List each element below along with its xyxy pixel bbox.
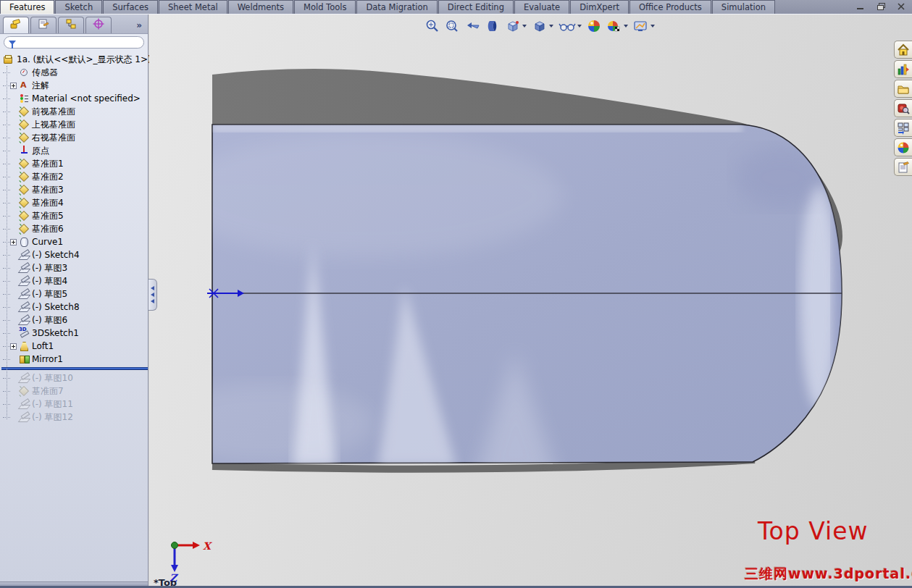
restore-button[interactable] <box>876 2 886 11</box>
expand-plus-icon[interactable] <box>10 83 17 89</box>
tree-item-icon <box>19 146 29 156</box>
tree-item[interactable]: (-) 草图6 <box>1 314 148 327</box>
custom-properties-tab[interactable] <box>894 158 912 176</box>
tree-item[interactable]: Material <not specified> <box>1 92 148 105</box>
tree-guide <box>3 229 10 230</box>
solidworks-resources-tab[interactable] <box>894 41 912 59</box>
zoom-to-area-button[interactable] <box>444 18 460 34</box>
tree-item[interactable]: 基准面6 <box>1 222 148 235</box>
graphics-viewport[interactable]: X Z *Top <box>149 14 912 586</box>
panel-bottom-scrollbar[interactable] <box>0 581 148 586</box>
previous-view-button[interactable] <box>464 18 481 34</box>
close-icon[interactable] <box>896 2 906 11</box>
tree-filter-input[interactable] <box>4 36 144 49</box>
solidworks-search-tab[interactable] <box>894 99 912 117</box>
view-settings-button[interactable] <box>632 18 656 34</box>
tab-dimxpertmanager[interactable] <box>85 17 112 33</box>
tree-guide <box>3 164 10 164</box>
tree-item[interactable]: 原点 <box>1 144 148 157</box>
feature-tree: 1a. (默认<<默认>_显示状态 1>) 传感器 <box>0 51 148 424</box>
command-tab[interactable]: Simulation <box>712 0 775 14</box>
feature-manager-panel: » 1a. (默认<<默认>_显示状态 1>) <box>0 14 148 586</box>
tree-item[interactable]: (-) 草图4 <box>1 274 148 287</box>
tree-item[interactable]: 基准面7 <box>1 385 148 398</box>
tree-item-label: 基准面2 <box>32 171 64 183</box>
view-orientation-button[interactable] <box>504 18 527 34</box>
expand-plus-icon[interactable] <box>10 343 17 350</box>
tree-item[interactable]: (-) 草图3 <box>1 261 148 274</box>
command-tab[interactable]: DimXpert <box>570 0 629 14</box>
tree-item[interactable]: 注解 <box>1 79 148 92</box>
rollback-bar[interactable] <box>1 367 148 370</box>
tree-item[interactable]: 3DSketch1 <box>1 327 148 340</box>
tree-item[interactable]: (-) Sketch4 <box>1 248 148 261</box>
tree-guide <box>3 294 10 295</box>
command-tab[interactable]: Surfaces <box>103 0 158 14</box>
tree-item-label: 基准面3 <box>32 184 64 196</box>
command-tab[interactable]: Data Migration <box>356 0 437 14</box>
tree-item[interactable]: 基准面2 <box>1 170 148 183</box>
tree-item-label: (-) 草图6 <box>32 314 67 327</box>
edit-appearance-button[interactable] <box>586 18 602 34</box>
tree-item-icon <box>19 354 29 364</box>
tree-item-label: 前视基准面 <box>32 106 75 118</box>
tree-item-icon <box>19 412 29 422</box>
file-explorer-tab[interactable] <box>894 80 912 98</box>
section-view-button[interactable] <box>485 18 501 34</box>
tree-item-icon <box>19 198 29 208</box>
tree-item-icon <box>19 315 29 325</box>
collapse-arrow-icon <box>151 286 154 290</box>
tree-item[interactable]: 上视基准面 <box>1 118 148 131</box>
tree-item[interactable]: 传感器 <box>1 66 148 79</box>
tab-configurationmanager[interactable] <box>58 17 84 33</box>
tree-item[interactable]: 前视基准面 <box>1 105 148 118</box>
tree-item[interactable]: (-) 草图12 <box>1 411 148 424</box>
tree-item[interactable]: (-) 草图5 <box>1 287 148 301</box>
tree-item[interactable]: (-) 草图10 <box>1 371 148 385</box>
tree-item[interactable]: Loft1 <box>1 340 148 353</box>
command-tab[interactable]: Sheet Metal <box>159 0 227 14</box>
minimize-button[interactable] <box>855 2 866 11</box>
display-style-button[interactable] <box>531 18 554 34</box>
command-tab[interactable]: Office Products <box>629 0 711 14</box>
command-tab[interactable]: Features <box>0 0 54 14</box>
search-icon <box>897 102 910 115</box>
design-library-tab[interactable] <box>894 60 912 78</box>
tree-guide <box>3 391 10 392</box>
tree-item[interactable]: 基准面3 <box>1 183 148 196</box>
expand-plus-icon[interactable] <box>10 239 17 245</box>
apply-scene-button[interactable] <box>606 18 629 34</box>
panel-splitter-handle[interactable] <box>148 279 157 311</box>
tree-guide <box>3 216 10 217</box>
tree-item-label: Mirror1 <box>32 354 63 364</box>
panel-tabs-overflow-icon[interactable]: » <box>136 20 145 33</box>
tree-item-icon <box>19 93 29 104</box>
tree-guide <box>3 85 10 86</box>
tab-featuremanager-design-tree[interactable] <box>3 17 29 33</box>
tree-item[interactable]: Curve1 <box>1 235 148 248</box>
tree-item[interactable]: Mirror1 <box>1 353 148 366</box>
view-annotation-label: Top View <box>758 517 869 545</box>
tree-item-icon <box>19 237 29 247</box>
tree-item[interactable]: (-) 草图11 <box>1 398 148 411</box>
tab-propertymanager[interactable] <box>30 17 57 33</box>
view-palette-tab[interactable] <box>894 119 912 137</box>
command-tab[interactable]: Sketch <box>55 0 102 14</box>
command-tab[interactable]: Evaluate <box>514 0 569 14</box>
tree-root-item[interactable]: 1a. (默认<<默认>_显示状态 1>) <box>1 53 148 66</box>
command-tab[interactable]: Mold Tools <box>294 0 356 14</box>
tree-item-label: 上视基准面 <box>32 119 75 131</box>
command-tab[interactable]: Weldments <box>228 0 293 14</box>
zoom-to-fit-button[interactable] <box>424 18 440 34</box>
tree-item[interactable]: 基准面4 <box>1 196 148 209</box>
hide-show-items-button[interactable] <box>558 18 582 34</box>
collapse-arrow-icon <box>151 293 154 297</box>
appearances-scenes-tab[interactable] <box>894 138 912 156</box>
tree-item[interactable]: (-) Sketch8 <box>1 301 148 314</box>
tree-guide <box>3 281 10 282</box>
command-tab[interactable]: Direct Editing <box>438 0 514 14</box>
tree-item[interactable]: 基准面1 <box>1 157 148 170</box>
tree-item[interactable]: 右视基准面 <box>1 131 148 144</box>
tree-item-label: 基准面1 <box>32 158 64 170</box>
tree-item[interactable]: 基准面5 <box>1 209 148 222</box>
